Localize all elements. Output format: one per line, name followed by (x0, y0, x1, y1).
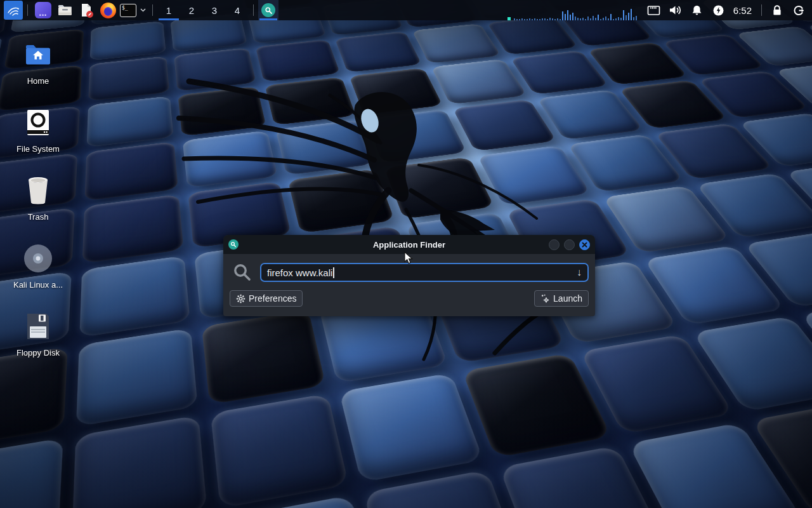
network-tray-button[interactable] (643, 0, 665, 20)
firefox-icon (100, 3, 116, 18)
panel-separator (761, 4, 762, 16)
launcher-file-manager[interactable] (54, 0, 75, 20)
volume-icon (669, 4, 683, 16)
application-finder-window: Application Finder (223, 235, 595, 316)
chevron-down-icon (140, 8, 146, 12)
text-editor-icon (78, 2, 95, 18)
launcher-dashboard[interactable]: ••• (32, 0, 54, 20)
trash-icon (25, 174, 51, 207)
application-finder-icon (261, 3, 275, 17)
cdrom-disc-icon (23, 242, 53, 275)
desktop-icon-floppy-disk[interactable]: Floppy Disk (0, 305, 76, 373)
file-manager-icon (56, 3, 73, 18)
clock[interactable]: 6:52 (730, 5, 757, 16)
launcher-terminal[interactable]: $_ (119, 0, 138, 20)
lock-icon (771, 4, 783, 17)
close-button[interactable] (579, 239, 590, 250)
notifications-bell-icon (691, 4, 703, 17)
desktop-icon-trash[interactable]: Trash (0, 169, 76, 237)
workspace-3[interactable]: 3 (203, 0, 226, 20)
logout-icon (793, 4, 805, 17)
volume-tray-button[interactable] (665, 0, 686, 20)
top-panel: ••• $_ 1 2 3 (0, 0, 812, 20)
notifications-tray-button[interactable] (686, 0, 708, 20)
close-icon (582, 242, 587, 248)
logout-button[interactable] (788, 0, 809, 20)
taskbar-application-finder[interactable] (258, 0, 278, 20)
workspace-4[interactable]: 4 (226, 0, 249, 20)
launcher-firefox[interactable] (97, 0, 119, 20)
workspace-1[interactable]: 1 (157, 0, 180, 20)
power-manager-icon (712, 4, 724, 17)
history-dropdown-icon[interactable]: ↓ (577, 267, 582, 278)
active-window-indicator (259, 18, 277, 20)
terminal-dropdown[interactable] (138, 0, 148, 20)
launcher-text-editor[interactable] (75, 0, 97, 20)
minimize-button[interactable] (549, 239, 560, 250)
kali-menu-button[interactable] (4, 1, 23, 20)
network-icon (647, 5, 660, 16)
search-input[interactable]: firefox www.kali ↓ (260, 263, 589, 282)
panel-separator (253, 4, 254, 16)
preferences-button[interactable]: Preferences (230, 290, 303, 307)
dashboard-icon: ••• (35, 2, 51, 18)
terminal-icon: $_ (120, 4, 136, 17)
desktop-icon-file-system[interactable]: File System (0, 101, 76, 169)
maximize-button[interactable] (564, 239, 575, 250)
panel-separator (152, 4, 153, 16)
search-input-value: firefox www.kali (267, 267, 332, 278)
search-icon (230, 263, 255, 282)
mouse-cursor (404, 251, 414, 265)
window-icon-application-finder (228, 239, 239, 250)
active-workspace-indicator (159, 18, 179, 20)
text-caret (333, 267, 334, 278)
kali-dragon-icon (6, 3, 21, 18)
hard-drive-icon (25, 106, 51, 139)
desktop-icon-column: Home File System Trash (0, 33, 76, 373)
panel-separator (27, 4, 28, 16)
launch-run-icon (540, 294, 550, 304)
gear-icon (236, 294, 246, 304)
desktop-icon-home[interactable]: Home (0, 33, 76, 101)
floppy-disk-icon (25, 310, 51, 343)
window-title: Application Finder (223, 240, 595, 250)
workspace-2[interactable]: 2 (180, 0, 203, 20)
desktop-icon-kali-linux-cd[interactable]: Kali Linux a... (0, 237, 76, 305)
power-manager-tray-button[interactable] (708, 0, 730, 20)
launch-button[interactable]: Launch (534, 290, 589, 307)
audio-visualizer (508, 0, 637, 20)
lock-screen-button[interactable] (766, 0, 788, 20)
home-folder-icon (25, 38, 51, 71)
